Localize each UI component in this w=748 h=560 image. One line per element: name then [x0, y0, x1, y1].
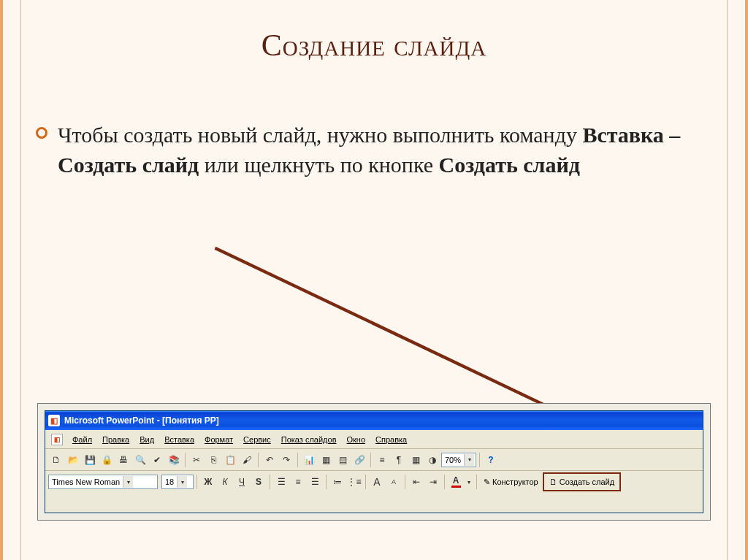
expand-all-icon[interactable]: ≡: [374, 452, 390, 468]
format-painter-icon[interactable]: 🖌: [239, 452, 255, 468]
undo-icon[interactable]: ↶: [262, 452, 278, 468]
increase-indent-icon[interactable]: ⇥: [425, 474, 441, 490]
menu-window[interactable]: Окно: [342, 433, 371, 446]
bold-button[interactable]: Ж: [200, 474, 216, 490]
menu-file[interactable]: Файл: [67, 433, 97, 446]
menu-format[interactable]: Формат: [199, 433, 238, 446]
body-bold2: Создать слайд: [439, 153, 580, 177]
align-center-icon[interactable]: ≡: [290, 474, 306, 490]
dropdown-icon[interactable]: ▾: [464, 454, 474, 466]
menu-slideshow[interactable]: Показ слайдов: [276, 433, 342, 446]
design-button[interactable]: ✎Конструктор: [480, 474, 542, 490]
save-icon[interactable]: 💾: [82, 452, 98, 468]
show-grid-icon[interactable]: ▦: [408, 452, 424, 468]
align-right-icon[interactable]: ☰: [307, 474, 323, 490]
separator: [270, 475, 270, 489]
print-icon[interactable]: 🖶: [115, 452, 131, 468]
underline-button[interactable]: Ч: [234, 474, 250, 490]
body-pre: Чтобы создать новый слайд, нужно выполни…: [58, 123, 582, 147]
increase-font-icon[interactable]: A: [369, 474, 385, 490]
permission-icon[interactable]: 🔒: [99, 452, 115, 468]
redo-icon[interactable]: ↷: [278, 452, 294, 468]
separator: [370, 453, 371, 467]
insert-hyperlink-icon[interactable]: 🔗: [351, 452, 367, 468]
new-slide-highlight: 🗋Создать слайд: [543, 472, 621, 491]
separator: [185, 453, 186, 467]
align-left-icon[interactable]: ☰: [273, 474, 289, 490]
separator: [297, 453, 298, 467]
menu-edit[interactable]: Правка: [97, 433, 134, 446]
research-icon[interactable]: 📚: [166, 452, 182, 468]
window-title: Microsoft PowerPoint - [Понятия РР]: [64, 415, 219, 426]
copy-icon[interactable]: ⎘: [205, 452, 221, 468]
open-icon[interactable]: 📂: [65, 452, 81, 468]
show-formatting-icon[interactable]: ¶: [391, 452, 407, 468]
separator: [479, 453, 480, 467]
zoom-combo[interactable]: 70%▾: [441, 453, 476, 467]
separator: [476, 475, 477, 489]
page-title: Создание слайда: [36, 28, 712, 63]
spellcheck-icon[interactable]: ✔: [149, 452, 165, 468]
titlebar: ◧ Microsoft PowerPoint - [Понятия РР]: [45, 411, 703, 430]
separator: [196, 475, 197, 489]
separator: [365, 475, 366, 489]
document-icon: ◧: [51, 434, 63, 445]
font-color-dropdown-icon[interactable]: ▾: [465, 474, 473, 490]
new-icon[interactable]: 🗋: [48, 452, 64, 468]
separator: [326, 475, 327, 489]
body-text: Чтобы создать новый слайд, нужно выполни…: [36, 120, 712, 180]
insert-chart-icon[interactable]: 📊: [301, 452, 317, 468]
bulleted-list-icon[interactable]: ⋮≡: [346, 474, 362, 490]
dropdown-icon[interactable]: ▾: [177, 476, 187, 488]
standard-toolbar: 🗋 📂 💾 🔒 🖶 🔍 ✔ 📚 ✂ ⎘ 📋 🖌 ↶ ↷: [45, 449, 703, 471]
slide-inner: Создание слайда Чтобы создать новый слай…: [20, 0, 728, 560]
menu-help[interactable]: Справка: [370, 433, 412, 446]
slide: Создание слайда Чтобы создать новый слай…: [0, 0, 748, 560]
bullet-icon: [36, 127, 47, 139]
design-icon: ✎: [484, 477, 490, 487]
paste-icon[interactable]: 📋: [222, 452, 238, 468]
insert-table-icon[interactable]: ▦: [318, 452, 334, 468]
font-name-combo[interactable]: Times New Roman▾: [48, 475, 158, 489]
menu-view[interactable]: Вид: [134, 433, 159, 446]
separator: [444, 475, 445, 489]
screenshot-frame: ◧ Microsoft PowerPoint - [Понятия РР] ◧ …: [37, 403, 711, 521]
dropdown-icon[interactable]: ▾: [123, 476, 133, 488]
font-size-combo[interactable]: 18▾: [161, 475, 194, 489]
new-slide-icon: 🗋: [549, 477, 557, 486]
new-slide-button[interactable]: 🗋Создать слайд: [546, 474, 618, 490]
powerpoint-icon: ◧: [48, 415, 60, 426]
color-grayscale-icon[interactable]: ◑: [424, 452, 440, 468]
color-swatch: [451, 486, 461, 488]
separator: [405, 475, 405, 489]
shadow-button[interactable]: S: [251, 474, 267, 490]
print-preview-icon[interactable]: 🔍: [132, 452, 148, 468]
font-color-button[interactable]: A: [448, 474, 464, 490]
formatting-toolbar: Times New Roman▾ 18▾ Ж К Ч S ☰ ≡ ☰ ≔ ⋮≡ …: [45, 471, 703, 493]
tables-borders-icon[interactable]: ▤: [335, 452, 351, 468]
separator: [258, 453, 259, 467]
decrease-indent-icon[interactable]: ⇤: [408, 474, 424, 490]
cut-icon[interactable]: ✂: [188, 452, 205, 468]
menu-tools[interactable]: Сервис: [238, 433, 276, 446]
powerpoint-window: ◧ Microsoft PowerPoint - [Понятия РР] ◧ …: [45, 410, 703, 513]
decrease-font-icon[interactable]: A: [386, 474, 402, 490]
body-mid: или щелкнуть по кнопке: [199, 153, 438, 177]
menu-bar: ◧ Файл Правка Вид Вставка Формат Сервис …: [45, 430, 703, 449]
menu-insert[interactable]: Вставка: [159, 433, 199, 446]
help-icon[interactable]: ?: [483, 452, 499, 468]
numbered-list-icon[interactable]: ≔: [329, 474, 346, 490]
italic-button[interactable]: К: [217, 474, 233, 490]
